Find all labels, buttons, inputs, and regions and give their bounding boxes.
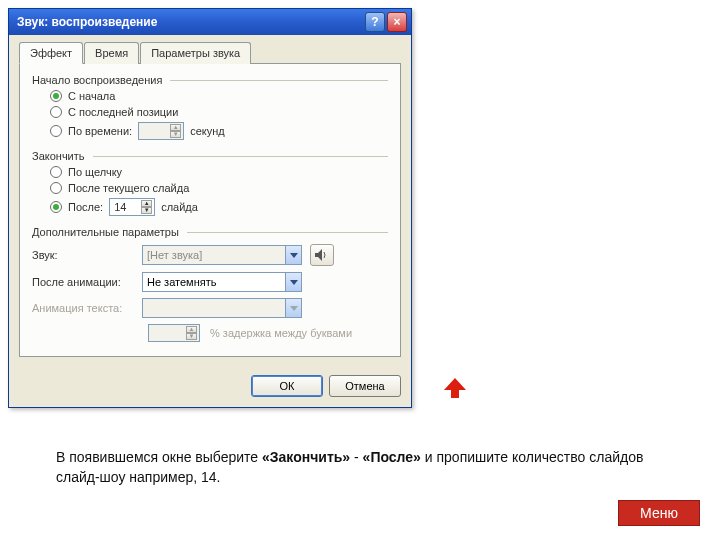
sound-combo[interactable]: [Нет звука] [142, 245, 302, 265]
group-end-label: Закончить [32, 150, 91, 162]
option-after-label: После: [68, 201, 103, 213]
tab-time[interactable]: Время [84, 42, 139, 64]
radio-after[interactable] [50, 201, 62, 213]
dialog-body: Эффект Время Параметры звука Начало восп… [9, 35, 411, 367]
spinner-arrows: ▲ ▼ [186, 326, 197, 340]
svg-marker-1 [315, 249, 322, 261]
group-start-header: Начало воспроизведения [32, 74, 388, 86]
divider [187, 232, 388, 233]
tab-bar: Эффект Время Параметры звука [19, 42, 401, 64]
after-anim-combo-value: Не затемнять [147, 276, 285, 288]
option-from-start[interactable]: С начала [50, 90, 388, 102]
caption-b1: «Закончить» [262, 449, 350, 465]
after-anim-combo[interactable]: Не затемнять [142, 272, 302, 292]
spin-up-icon[interactable]: ▲ [170, 124, 181, 131]
spin-up-icon[interactable]: ▲ [141, 200, 152, 207]
after-value: 14 [114, 201, 141, 213]
caption-pre: В появившемся окне выберите [56, 449, 262, 465]
after-spinner[interactable]: 14 ▲ ▼ [109, 198, 155, 216]
dialog-title: Звук: воспроизведение [17, 15, 363, 29]
chevron-down-icon[interactable] [285, 273, 301, 291]
spinner-arrows: ▲ ▼ [141, 200, 152, 214]
radio-from-start[interactable] [50, 90, 62, 102]
tab-sound-params[interactable]: Параметры звука [140, 42, 251, 64]
chevron-down-icon[interactable] [285, 299, 301, 317]
after-anim-label: После анимации: [32, 276, 142, 288]
sound-combo-value: [Нет звука] [147, 249, 285, 261]
option-by-time-label: По времени: [68, 125, 132, 137]
row-text-anim: Анимация текста: [32, 298, 388, 318]
caption-b2: «После» [363, 449, 421, 465]
row-after-anim: После анимации: Не затемнять [32, 272, 388, 292]
group-end-header: Закончить [32, 150, 388, 162]
caption-mid: - [350, 449, 362, 465]
divider [170, 80, 388, 81]
speaker-icon [315, 249, 329, 261]
ok-button[interactable]: ОК [251, 375, 323, 397]
radio-on-click[interactable] [50, 166, 62, 178]
option-from-last-label: С последней позиции [68, 106, 178, 118]
arrow-up-icon [444, 378, 466, 400]
group-extra-label: Дополнительные параметры [32, 226, 185, 238]
spinner-arrows: ▲ ▼ [170, 124, 181, 138]
option-after[interactable]: После: 14 ▲ ▼ слайда [50, 198, 388, 216]
row-sound: Звук: [Нет звука] [32, 244, 388, 266]
speaker-button[interactable] [310, 244, 334, 266]
divider [93, 156, 388, 157]
cancel-button[interactable]: Отмена [329, 375, 401, 397]
spin-down-icon[interactable]: ▼ [186, 333, 197, 340]
group-start-label: Начало воспроизведения [32, 74, 168, 86]
after-unit: слайда [161, 201, 198, 213]
pct-delay-hint: % задержка между буквами [210, 327, 352, 339]
option-from-start-label: С начала [68, 90, 115, 102]
spin-down-icon[interactable]: ▼ [141, 207, 152, 214]
sound-playback-dialog: Звук: воспроизведение ? × Эффект Время П… [8, 8, 412, 408]
option-on-click[interactable]: По щелчку [50, 166, 388, 178]
spin-up-icon[interactable]: ▲ [186, 326, 197, 333]
option-on-click-label: По щелчку [68, 166, 122, 178]
radio-after-current[interactable] [50, 182, 62, 194]
close-button[interactable]: × [387, 12, 407, 32]
text-anim-combo[interactable] [142, 298, 302, 318]
spin-down-icon[interactable]: ▼ [170, 131, 181, 138]
group-end-options: По щелчку После текущего слайда После: 1… [32, 166, 388, 216]
radio-by-time[interactable] [50, 125, 62, 137]
help-button[interactable]: ? [365, 12, 385, 32]
tab-effect[interactable]: Эффект [19, 42, 83, 64]
titlebar[interactable]: Звук: воспроизведение ? × [9, 9, 411, 35]
menu-button[interactable]: Меню [618, 500, 700, 526]
svg-marker-3 [290, 306, 298, 311]
pct-delay-spinner[interactable]: ▲ ▼ [148, 324, 200, 342]
svg-marker-2 [290, 280, 298, 285]
text-anim-label: Анимация текста: [32, 302, 142, 314]
option-after-current[interactable]: После текущего слайда [50, 182, 388, 194]
chevron-down-icon[interactable] [285, 246, 301, 264]
instruction-caption: В появившемся окне выберите «Закончить» … [56, 448, 656, 487]
option-from-last[interactable]: С последней позиции [50, 106, 388, 118]
svg-marker-0 [290, 253, 298, 258]
dialog-buttons: ОК Отмена [9, 367, 411, 407]
svg-marker-4 [444, 378, 466, 398]
option-by-time[interactable]: По времени: ▲ ▼ секунд [50, 122, 388, 140]
row-pct-delay: ▲ ▼ % задержка между буквами [32, 324, 388, 342]
group-extra-header: Дополнительные параметры [32, 226, 388, 238]
sound-label: Звук: [32, 249, 142, 261]
tab-panel-effect: Начало воспроизведения С начала С послед… [19, 63, 401, 357]
option-after-current-label: После текущего слайда [68, 182, 189, 194]
by-time-spinner[interactable]: ▲ ▼ [138, 122, 184, 140]
radio-from-last[interactable] [50, 106, 62, 118]
group-start-options: С начала С последней позиции По времени:… [32, 90, 388, 140]
by-time-unit: секунд [190, 125, 225, 137]
